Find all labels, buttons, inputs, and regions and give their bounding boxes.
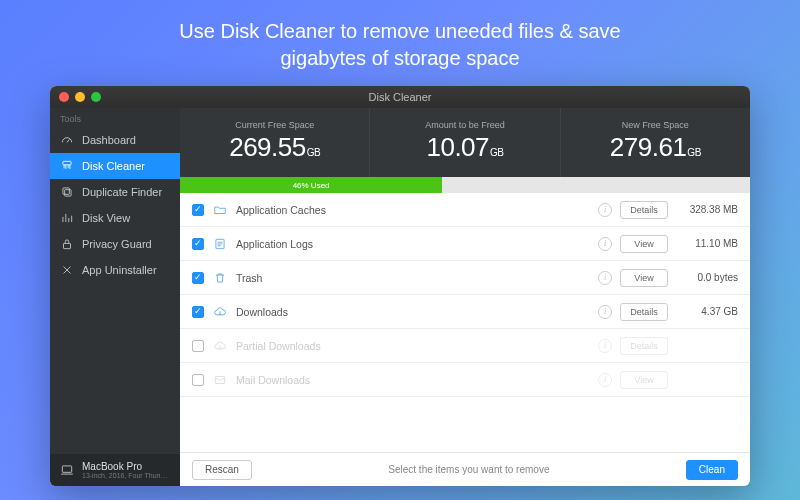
usage-bar: 46% Used — [180, 177, 750, 193]
row-checkbox — [192, 340, 204, 352]
promo-line-2: gigabytes of storage space — [0, 45, 800, 72]
row-name: Downloads — [236, 306, 590, 318]
row-action-button: Details — [620, 337, 668, 355]
log-icon — [212, 236, 228, 252]
promo-text: Use Disk Cleaner to remove uneeded files… — [0, 0, 800, 86]
svg-rect-3 — [64, 243, 71, 248]
row-name: Partial Downloads — [236, 340, 590, 352]
stats-bar: Current Free Space 269.55GB Amount to be… — [180, 108, 750, 177]
stat-amount-freed: Amount to be Freed 10.07GB — [370, 108, 560, 177]
row-action-button[interactable]: View — [620, 269, 668, 287]
stat-value: 269.55 — [229, 132, 306, 162]
info-icon[interactable]: i — [598, 305, 612, 319]
sidebar-item-disk-view[interactable]: Disk View — [50, 205, 180, 231]
row-name: Trash — [236, 272, 590, 284]
stat-unit: GB — [307, 147, 320, 158]
row-action-button[interactable]: View — [620, 235, 668, 253]
list-item: Application LogsiView11.10 MB — [180, 227, 750, 261]
row-checkbox — [192, 374, 204, 386]
row-name: Application Caches — [236, 204, 590, 216]
gauge-icon — [60, 133, 74, 147]
app-window: Disk Cleaner Tools DashboardDisk Cleaner… — [50, 86, 750, 486]
sidebar-item-dashboard[interactable]: Dashboard — [50, 127, 180, 153]
main-panel: Current Free Space 269.55GB Amount to be… — [180, 108, 750, 486]
folder-icon — [212, 202, 228, 218]
stat-new-free: New Free Space 279.61GB — [561, 108, 750, 177]
sidebar: Tools DashboardDisk CleanerDuplicate Fin… — [50, 108, 180, 486]
info-icon[interactable]: i — [598, 271, 612, 285]
row-action-button: View — [620, 371, 668, 389]
sidebar-item-duplicate-finder[interactable]: Duplicate Finder — [50, 179, 180, 205]
sidebar-item-disk-cleaner[interactable]: Disk Cleaner — [50, 153, 180, 179]
stat-label: Amount to be Freed — [376, 120, 553, 130]
lock-icon — [60, 237, 74, 251]
svg-rect-6 — [215, 376, 224, 383]
sidebar-item-label: App Uninstaller — [82, 264, 157, 276]
window-title: Disk Cleaner — [50, 91, 750, 103]
sidebar-machine-info[interactable]: MacBook Pro 13-inch, 2016, Four Thun… — [50, 454, 180, 486]
machine-sub: 13-inch, 2016, Four Thun… — [82, 472, 167, 479]
info-icon: i — [598, 373, 612, 387]
sidebar-item-app-uninstaller[interactable]: App Uninstaller — [50, 257, 180, 283]
info-icon[interactable]: i — [598, 203, 612, 217]
list-item: TrashiView0.0 bytes — [180, 261, 750, 295]
stat-label: New Free Space — [567, 120, 744, 130]
svg-rect-2 — [63, 188, 69, 194]
titlebar: Disk Cleaner — [50, 86, 750, 108]
row-name: Mail Downloads — [236, 374, 590, 386]
list-item: Application CachesiDetails328.38 MB — [180, 193, 750, 227]
row-checkbox[interactable] — [192, 272, 204, 284]
usage-free-segment — [442, 177, 750, 193]
usage-used-segment: 46% Used — [180, 177, 442, 193]
sidebar-item-label: Disk Cleaner — [82, 160, 145, 172]
sidebar-item-label: Dashboard — [82, 134, 136, 146]
info-icon: i — [598, 339, 612, 353]
cloud-icon — [212, 338, 228, 354]
row-checkbox[interactable] — [192, 306, 204, 318]
row-size: 328.38 MB — [676, 204, 738, 215]
stat-label: Current Free Space — [186, 120, 363, 130]
row-size: 0.0 bytes — [676, 272, 738, 283]
svg-rect-0 — [63, 161, 71, 165]
sidebar-item-privacy-guard[interactable]: Privacy Guard — [50, 231, 180, 257]
rescan-button[interactable]: Rescan — [192, 460, 252, 480]
copy-icon — [60, 185, 74, 199]
cleaner-list: Application CachesiDetails328.38 MBAppli… — [180, 193, 750, 452]
stat-unit: GB — [687, 147, 700, 158]
stat-value: 10.07 — [426, 132, 489, 162]
promo-line-1: Use Disk Cleaner to remove uneeded files… — [0, 18, 800, 45]
list-item: Mail DownloadsiView — [180, 363, 750, 397]
row-name: Application Logs — [236, 238, 590, 250]
row-size: 11.10 MB — [676, 238, 738, 249]
footer-message: Select the items you want to remove — [262, 464, 676, 475]
footer-bar: Rescan Select the items you want to remo… — [180, 452, 750, 486]
stat-value: 279.61 — [610, 132, 687, 162]
sidebar-item-label: Duplicate Finder — [82, 186, 162, 198]
list-item: Partial DownloadsiDetails — [180, 329, 750, 363]
chart-icon — [60, 211, 74, 225]
row-action-button[interactable]: Details — [620, 201, 668, 219]
stat-unit: GB — [490, 147, 503, 158]
sidebar-item-label: Privacy Guard — [82, 238, 152, 250]
mail-icon — [212, 372, 228, 388]
sidebar-header: Tools — [50, 108, 180, 127]
svg-rect-4 — [62, 466, 71, 472]
row-checkbox[interactable] — [192, 238, 204, 250]
brush-icon — [60, 159, 74, 173]
tools-icon — [60, 263, 74, 277]
clean-button[interactable]: Clean — [686, 460, 738, 480]
trash-icon — [212, 270, 228, 286]
stat-current-free: Current Free Space 269.55GB — [180, 108, 370, 177]
usage-used-label: 46% Used — [293, 181, 330, 190]
row-size: 4.37 GB — [676, 306, 738, 317]
machine-name: MacBook Pro — [82, 461, 167, 472]
sidebar-item-label: Disk View — [82, 212, 130, 224]
list-item: DownloadsiDetails4.37 GB — [180, 295, 750, 329]
laptop-icon — [60, 463, 74, 477]
cloud-icon — [212, 304, 228, 320]
row-checkbox[interactable] — [192, 204, 204, 216]
info-icon[interactable]: i — [598, 237, 612, 251]
row-action-button[interactable]: Details — [620, 303, 668, 321]
svg-rect-1 — [65, 190, 71, 196]
